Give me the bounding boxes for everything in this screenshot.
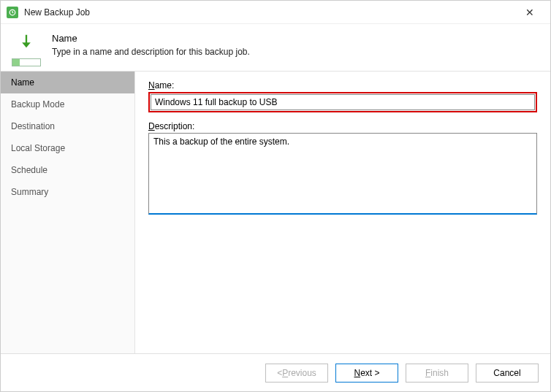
sidebar-item-destination[interactable]: Destination	[1, 115, 134, 137]
wizard-header-text: Name Type in a name and description for …	[42, 31, 250, 57]
dialog-window: New Backup Job ✕ Name Type in a name and…	[0, 0, 551, 392]
wizard-body: Name Backup Mode Destination Local Stora…	[1, 71, 550, 353]
window-title: New Backup Job	[24, 7, 515, 18]
sidebar-item-schedule[interactable]: Schedule	[1, 159, 134, 181]
sidebar-item-summary[interactable]: Summary	[1, 181, 134, 203]
description-label: Description:	[148, 121, 537, 131]
name-input[interactable]	[151, 94, 535, 110]
wizard-footer: < Previous Next > Finish Cancel	[1, 353, 550, 391]
sidebar-item-label: Summary	[11, 187, 48, 197]
sidebar-item-name[interactable]: Name	[1, 72, 134, 93]
next-button[interactable]: Next >	[335, 364, 398, 383]
app-icon	[7, 7, 18, 18]
download-arrow-icon	[15, 31, 37, 54]
name-label: Name:	[148, 80, 537, 91]
description-input[interactable]	[148, 133, 537, 215]
wizard-icon	[11, 31, 42, 66]
form-panel: Name: Description:	[135, 72, 550, 353]
sidebar-item-label: Local Storage	[11, 143, 65, 153]
page-title: Name	[52, 33, 250, 45]
sidebar-item-label: Schedule	[11, 165, 48, 175]
sidebar-item-label: Destination	[11, 121, 55, 131]
name-input-highlight	[148, 92, 537, 112]
sidebar-item-label: Backup Mode	[11, 99, 64, 109]
cancel-button[interactable]: Cancel	[476, 364, 539, 383]
page-subtitle: Type in a name and description for this …	[52, 47, 250, 57]
sidebar-item-local-storage[interactable]: Local Storage	[1, 137, 134, 159]
finish-button: Finish	[406, 364, 468, 383]
wizard-header: Name Type in a name and description for …	[1, 24, 550, 71]
progress-bar-icon	[12, 58, 41, 66]
sidebar-item-backup-mode[interactable]: Backup Mode	[1, 93, 134, 115]
wizard-steps-sidebar: Name Backup Mode Destination Local Stora…	[1, 72, 135, 353]
title-bar: New Backup Job ✕	[1, 1, 550, 24]
previous-button: < Previous	[265, 364, 328, 383]
close-button[interactable]: ✕	[515, 7, 544, 18]
sidebar-item-label: Name	[11, 77, 34, 88]
